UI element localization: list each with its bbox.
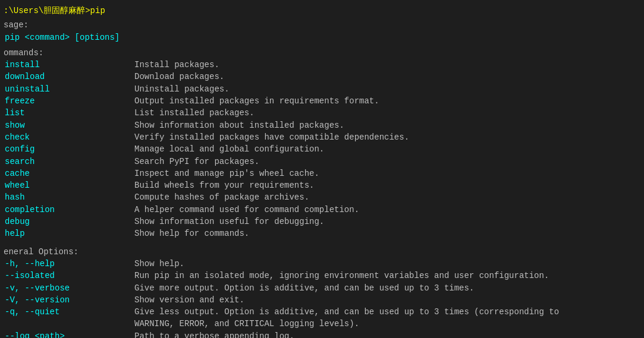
command-row: helpShow help for commands. xyxy=(4,228,640,239)
option-row: -v, --verboseGive more output. Option is… xyxy=(4,282,640,294)
command-row: completionA helper command used for comm… xyxy=(4,204,640,216)
command-name: help xyxy=(4,228,134,239)
command-name: completion xyxy=(4,204,134,216)
option-row: -V, --versionShow version and exit. xyxy=(4,294,640,306)
command-row: uninstallUninstall packages. xyxy=(4,83,640,95)
command-desc: Show information useful for debugging. xyxy=(134,216,324,228)
command-row: installInstall packages. xyxy=(4,59,640,71)
command-name: hash xyxy=(4,191,134,203)
command-name: check xyxy=(4,131,134,143)
command-desc: Inspect and manage pip's wheel cache. xyxy=(134,168,319,179)
usage-label: sage: xyxy=(4,19,640,31)
command-name: download xyxy=(4,71,134,83)
command-desc: A helper command used for command comple… xyxy=(134,204,359,216)
option-desc: Give less output. Option is additive, an… xyxy=(134,306,559,318)
command-desc: Build wheels from your requirements. xyxy=(134,179,314,191)
command-row: searchSearch PyPI for packages. xyxy=(4,156,640,168)
option-name xyxy=(4,318,134,330)
option-name: -q, --quiet xyxy=(4,306,134,318)
command-desc: Uninstall packages. xyxy=(134,83,230,95)
option-row: --isolatedRun pip in an isolated mode, i… xyxy=(4,270,640,282)
command-name: list xyxy=(4,107,134,119)
commands-list: installInstall packages. downloadDownloa… xyxy=(4,59,640,239)
command-row: downloadDownload packages. xyxy=(4,71,640,83)
commands-header: ommands: xyxy=(4,47,640,59)
option-row: -q, --quietGive less output. Option is a… xyxy=(4,306,640,318)
command-name: install xyxy=(4,59,134,71)
command-desc: Show help for commands. xyxy=(134,228,249,239)
option-row: WARNING, ERROR, and CRITICAL logging lev… xyxy=(4,318,640,330)
option-name: -V, --version xyxy=(4,294,134,306)
option-desc: Show help. xyxy=(134,258,184,270)
command-name: cache xyxy=(4,168,134,179)
command-row: debugShow information useful for debuggi… xyxy=(4,216,640,228)
command-row: configManage local and global configurat… xyxy=(4,143,640,155)
options-header: eneral Options: xyxy=(4,246,640,258)
option-desc: WARNING, ERROR, and CRITICAL logging lev… xyxy=(134,318,359,330)
command-desc: Compute hashes of package archives. xyxy=(134,191,309,203)
option-name: -h, --help xyxy=(4,258,134,270)
command-desc: Verify installed packages have compatibl… xyxy=(134,131,409,143)
option-desc: Path to a verbose appending log. xyxy=(134,330,294,338)
command-row: listList installed packages. xyxy=(4,107,640,119)
command-row: freezeOutput installed packages in requi… xyxy=(4,95,640,107)
command-row: showShow information about installed pac… xyxy=(4,119,640,131)
option-desc: Show version and exit. xyxy=(134,294,244,306)
option-name: --isolated xyxy=(4,270,134,282)
command-desc: Manage local and global configuration. xyxy=(134,143,324,155)
option-name: -v, --verbose xyxy=(4,282,134,294)
command-desc: Install packages. xyxy=(134,59,219,71)
option-desc: Run pip in an isolated mode, ignoring en… xyxy=(134,270,549,282)
command-name: freeze xyxy=(4,95,134,107)
command-name: search xyxy=(4,156,134,168)
command-row: wheelBuild wheels from your requirements… xyxy=(4,179,640,191)
command-desc: Download packages. xyxy=(134,71,224,83)
usage-cmd: pip <command> [options] xyxy=(4,31,640,43)
command-name: wheel xyxy=(4,179,134,191)
option-row: -h, --helpShow help. xyxy=(4,258,640,270)
command-name: uninstall xyxy=(4,83,134,95)
command-desc: Show information about installed package… xyxy=(134,119,344,131)
option-desc: Give more output. Option is additive, an… xyxy=(134,282,474,294)
command-row: cacheInspect and manage pip's wheel cach… xyxy=(4,168,640,179)
option-name: --log <path> xyxy=(4,330,134,338)
command-name: config xyxy=(4,143,134,155)
command-desc: Output installed packages in requirement… xyxy=(134,95,379,107)
terminal: :\Users\胆固醇麻醉>pip sage: pip <command> [o… xyxy=(0,0,644,338)
command-desc: List installed packages. xyxy=(134,107,255,119)
command-row: hashCompute hashes of package archives. xyxy=(4,191,640,203)
command-name: show xyxy=(4,119,134,131)
prompt-line: :\Users\胆固醇麻醉>pip xyxy=(4,5,640,17)
command-row: checkVerify installed packages have comp… xyxy=(4,131,640,143)
option-row: --log <path>Path to a verbose appending … xyxy=(4,330,640,338)
options-list: -h, --helpShow help. --isolatedRun pip i… xyxy=(4,258,640,338)
command-name: debug xyxy=(4,216,134,228)
command-desc: Search PyPI for packages. xyxy=(134,156,259,168)
